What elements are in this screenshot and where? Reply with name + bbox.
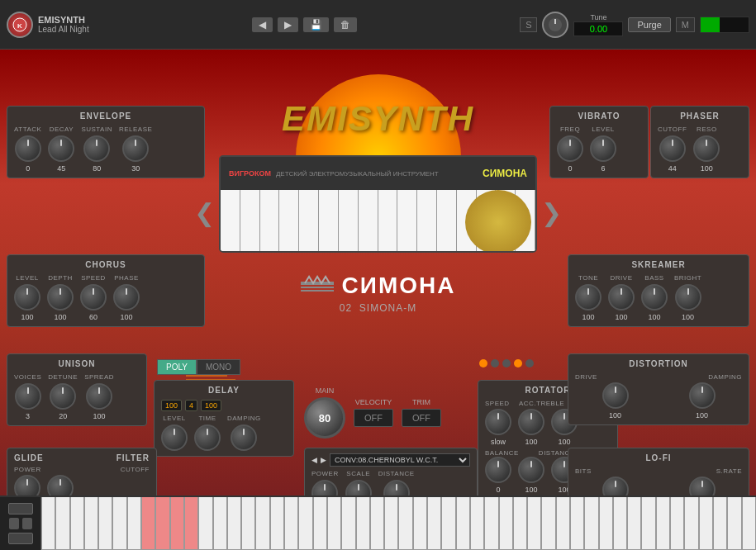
left-arrow-button[interactable]: ❮ bbox=[194, 198, 215, 227]
conv-selector[interactable]: CONV:08.CHERNOBYL W.C.T. bbox=[330, 453, 470, 467]
piano-key-19[interactable] bbox=[298, 497, 312, 550]
piano-key-40[interactable] bbox=[599, 497, 613, 550]
piano-key-18[interactable] bbox=[284, 497, 298, 550]
piano-key-25[interactable] bbox=[384, 497, 398, 550]
piano-key-38[interactable] bbox=[570, 497, 584, 550]
chorus-phase-knob[interactable] bbox=[113, 284, 140, 311]
piano-key-9[interactable] bbox=[155, 497, 169, 550]
key-11[interactable] bbox=[417, 190, 437, 253]
piano-key-7[interactable] bbox=[127, 497, 141, 550]
rotator-dist-knob[interactable] bbox=[518, 457, 544, 483]
piano-key-21[interactable] bbox=[327, 497, 341, 550]
phaser-cutoff-knob[interactable] bbox=[659, 135, 686, 162]
key-1[interactable] bbox=[221, 190, 240, 253]
piano-key-43[interactable] bbox=[641, 497, 655, 550]
vibrato-level-knob[interactable] bbox=[590, 135, 616, 162]
piano-key-2[interactable] bbox=[55, 497, 69, 550]
rotator-speed-knob[interactable] bbox=[485, 409, 511, 435]
piano-key-12[interactable] bbox=[198, 497, 212, 550]
piano-key-1[interactable] bbox=[41, 497, 55, 550]
piano-key-39[interactable] bbox=[584, 497, 598, 550]
piano-key-29[interactable] bbox=[441, 497, 455, 550]
conv-power-knob[interactable] bbox=[311, 480, 338, 495]
skreamer-tone-knob[interactable] bbox=[575, 284, 601, 311]
key-10[interactable] bbox=[397, 190, 417, 253]
attack-knob[interactable] bbox=[15, 135, 41, 162]
piano-key-13[interactable] bbox=[213, 497, 227, 550]
delay-level-knob[interactable] bbox=[161, 424, 188, 451]
piano-key-31[interactable] bbox=[470, 497, 484, 550]
conv-distance-knob[interactable] bbox=[383, 480, 410, 495]
prev-nav-button[interactable]: ◀ bbox=[252, 17, 273, 32]
key-5[interactable] bbox=[299, 190, 319, 253]
decay-knob[interactable] bbox=[48, 135, 74, 162]
piano-key-50[interactable] bbox=[742, 497, 756, 550]
key-3[interactable] bbox=[260, 190, 280, 253]
piano-key-23[interactable] bbox=[356, 497, 370, 550]
rotator-balance-knob[interactable] bbox=[485, 457, 511, 483]
chorus-speed-knob[interactable] bbox=[80, 284, 107, 311]
lofi-srate-knob[interactable] bbox=[689, 477, 716, 495]
piano-key-14[interactable] bbox=[227, 497, 241, 550]
key-9[interactable] bbox=[378, 190, 398, 253]
piano-key-36[interactable] bbox=[541, 497, 555, 550]
piano-key-41[interactable] bbox=[613, 497, 627, 550]
piano-key-24[interactable] bbox=[370, 497, 384, 550]
piano-key-6[interactable] bbox=[112, 497, 126, 550]
rotator-acc-treble-knob[interactable] bbox=[518, 409, 544, 435]
tune-value[interactable]: 0.00 bbox=[573, 21, 623, 36]
chorus-level-knob[interactable] bbox=[14, 284, 40, 311]
delete-button[interactable]: 🗑 bbox=[334, 17, 357, 32]
piano-key-20[interactable] bbox=[313, 497, 327, 550]
next-nav-button[interactable]: ▶ bbox=[278, 17, 298, 32]
piano-key-44[interactable] bbox=[656, 497, 670, 550]
piano-key-37[interactable] bbox=[556, 497, 570, 550]
main-knob[interactable]: 80 bbox=[304, 397, 345, 439]
piano-key-26[interactable] bbox=[398, 497, 412, 550]
piano-key-8[interactable] bbox=[141, 497, 155, 550]
piano-key-10[interactable] bbox=[170, 497, 184, 550]
unison-spread-knob[interactable] bbox=[86, 383, 112, 410]
piano-key-5[interactable] bbox=[98, 497, 112, 550]
piano-key-34[interactable] bbox=[513, 497, 527, 550]
piano-key-30[interactable] bbox=[456, 497, 470, 550]
conv-scale-knob[interactable] bbox=[345, 480, 372, 495]
key-8[interactable] bbox=[359, 190, 378, 253]
skreamer-drive-knob[interactable] bbox=[608, 284, 635, 311]
pitch-down-key[interactable] bbox=[8, 533, 33, 544]
purge-button[interactable]: Purge bbox=[628, 17, 670, 32]
minus-button[interactable] bbox=[9, 518, 19, 529]
filter-cutoff-knob[interactable] bbox=[47, 475, 74, 495]
conv-prev-icon[interactable]: ◀ bbox=[311, 456, 317, 464]
key-2[interactable] bbox=[240, 190, 260, 253]
phaser-reso-knob[interactable] bbox=[693, 135, 720, 162]
conv-next-icon[interactable]: ▶ bbox=[321, 456, 326, 464]
unison-voices-knob[interactable] bbox=[15, 383, 41, 410]
m-button[interactable]: M bbox=[676, 17, 695, 32]
piano-key-42[interactable] bbox=[627, 497, 641, 550]
key-7[interactable] bbox=[339, 190, 359, 253]
poly-button[interactable]: POLY bbox=[157, 359, 197, 375]
piano-key-35[interactable] bbox=[527, 497, 541, 550]
release-knob[interactable] bbox=[122, 135, 149, 162]
velocity-button[interactable]: OFF bbox=[354, 409, 393, 427]
plus-button[interactable] bbox=[22, 518, 32, 529]
save-button[interactable]: 💾 bbox=[303, 17, 329, 32]
key-12[interactable] bbox=[437, 190, 457, 253]
trim-button[interactable]: OFF bbox=[402, 409, 441, 427]
piano-key-48[interactable] bbox=[713, 497, 727, 550]
skreamer-bass-knob[interactable] bbox=[641, 284, 668, 311]
piano-key-32[interactable] bbox=[484, 497, 498, 550]
piano-key-27[interactable] bbox=[413, 497, 427, 550]
piano-key-45[interactable] bbox=[670, 497, 684, 550]
pitch-up-key[interactable] bbox=[8, 503, 33, 514]
s-button[interactable]: S bbox=[520, 17, 537, 32]
piano-key-22[interactable] bbox=[341, 497, 355, 550]
distortion-damping-knob[interactable] bbox=[689, 382, 716, 409]
piano-key-33[interactable] bbox=[499, 497, 513, 550]
sustain-knob[interactable] bbox=[83, 135, 110, 162]
piano-key-28[interactable] bbox=[427, 497, 441, 550]
piano-key-17[interactable] bbox=[270, 497, 284, 550]
piano-key-47[interactable] bbox=[699, 497, 713, 550]
chorus-depth-knob[interactable] bbox=[47, 284, 74, 311]
